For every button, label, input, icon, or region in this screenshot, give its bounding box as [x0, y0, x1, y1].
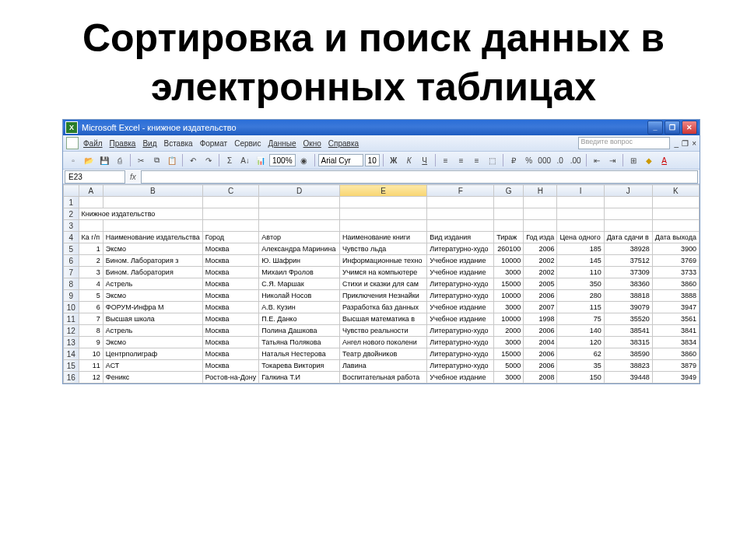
cell[interactable] — [202, 208, 259, 220]
cell[interactable] — [652, 220, 699, 232]
cell[interactable]: 15000 — [494, 348, 524, 360]
cell[interactable]: 3860 — [652, 348, 699, 360]
cell[interactable]: Токарева Виктория — [259, 360, 340, 372]
cell[interactable]: Разработка баз данных — [339, 302, 426, 313]
cell[interactable]: 38360 — [604, 278, 652, 290]
cell-header[interactable]: Цена одного — [557, 232, 604, 243]
cell[interactable]: Москва — [202, 302, 259, 313]
cell[interactable]: Книжное издательство — [79, 208, 202, 220]
undo-icon[interactable]: ↶ — [186, 153, 200, 167]
cell[interactable]: 37512 — [604, 255, 652, 267]
cell[interactable]: 39448 — [604, 372, 652, 383]
cell-header[interactable]: Город — [202, 232, 259, 243]
cell[interactable] — [339, 197, 426, 208]
cell[interactable]: Литературно-худо — [427, 278, 494, 290]
merge-icon[interactable]: ⬚ — [486, 153, 500, 167]
row-header[interactable]: 12 — [64, 325, 79, 337]
doc-minimize-button[interactable]: _ — [675, 139, 679, 148]
row-header[interactable]: 4 — [64, 232, 79, 243]
cell[interactable]: 6 — [79, 302, 103, 313]
col-header-B[interactable]: B — [103, 185, 202, 197]
cell[interactable]: Москва — [202, 278, 259, 290]
decrease-decimal-icon[interactable]: .00 — [569, 153, 583, 167]
cell[interactable]: 1998 — [524, 313, 557, 325]
align-right-icon[interactable]: ≡ — [470, 153, 484, 167]
cell[interactable]: Москва — [202, 267, 259, 278]
cell[interactable]: Москва — [202, 325, 259, 337]
cell[interactable]: Чувство льда — [339, 243, 426, 255]
row-header[interactable]: 16 — [64, 372, 79, 383]
cell[interactable]: 10000 — [494, 313, 524, 325]
cell[interactable] — [494, 220, 524, 232]
cell[interactable]: Москва — [202, 313, 259, 325]
cell[interactable]: 5000 — [494, 360, 524, 372]
cell[interactable]: 15000 — [494, 278, 524, 290]
cell[interactable]: 110 — [557, 267, 604, 278]
cell[interactable]: 3860 — [652, 278, 699, 290]
col-header-I[interactable]: I — [557, 185, 604, 197]
cell-header[interactable]: Дата сдачи в — [604, 232, 652, 243]
cell[interactable]: Учебное издание — [427, 313, 494, 325]
doc-close-button[interactable]: × — [692, 139, 696, 148]
cell[interactable] — [524, 220, 557, 232]
cell[interactable]: Москва — [202, 290, 259, 302]
menu-view[interactable]: Вид — [142, 139, 156, 148]
cell[interactable]: Литературно-худо — [427, 325, 494, 337]
col-header-A[interactable]: A — [79, 185, 103, 197]
cell[interactable]: Бином. Лаборатория з — [103, 255, 202, 267]
cell[interactable]: 2005 — [524, 278, 557, 290]
cell[interactable]: Центрполиграф — [103, 348, 202, 360]
cell[interactable]: 10000 — [494, 290, 524, 302]
cell[interactable] — [259, 208, 340, 220]
row-header[interactable]: 10 — [64, 302, 79, 313]
fx-icon[interactable]: fx — [130, 173, 136, 181]
cell[interactable] — [604, 208, 652, 220]
cell[interactable] — [427, 197, 494, 208]
menu-edit[interactable]: Правка — [110, 139, 136, 148]
cell[interactable]: 75 — [557, 313, 604, 325]
cell[interactable] — [652, 208, 699, 220]
cell[interactable]: Михаил Фролов — [259, 267, 340, 278]
cell[interactable]: 2006 — [524, 348, 557, 360]
row-header[interactable]: 6 — [64, 255, 79, 267]
cell[interactable]: 185 — [557, 243, 604, 255]
bold-icon[interactable]: Ж — [387, 153, 401, 167]
cell[interactable] — [259, 197, 340, 208]
cell[interactable] — [339, 208, 426, 220]
cell[interactable]: 35520 — [604, 313, 652, 325]
decrease-indent-icon[interactable]: ⇤ — [590, 153, 604, 167]
cell[interactable]: Полина Дашкова — [259, 325, 340, 337]
fill-color-icon[interactable]: ◆ — [642, 153, 656, 167]
cell-header[interactable]: Тираж — [494, 232, 524, 243]
row-header[interactable]: 7 — [64, 267, 79, 278]
cell[interactable]: 2008 — [524, 372, 557, 383]
row-header[interactable]: 8 — [64, 278, 79, 290]
cell[interactable] — [557, 197, 604, 208]
cell[interactable]: Литературно-худо — [427, 290, 494, 302]
cell[interactable]: 2002 — [524, 255, 557, 267]
borders-icon[interactable]: ⊞ — [626, 153, 640, 167]
col-header-D[interactable]: D — [259, 185, 340, 197]
cell[interactable]: 3841 — [652, 325, 699, 337]
cell[interactable] — [339, 220, 426, 232]
cell[interactable]: 3879 — [652, 360, 699, 372]
cell[interactable]: 260100 — [494, 243, 524, 255]
cell[interactable]: ФОРУМ-Инфра М — [103, 302, 202, 313]
cell[interactable]: Наталья Нестерова — [259, 348, 340, 360]
cell[interactable]: 150 — [557, 372, 604, 383]
row-header[interactable]: 2 — [64, 208, 79, 220]
cell[interactable]: 38818 — [604, 290, 652, 302]
cell[interactable]: Учимся на компьютере — [339, 267, 426, 278]
cell[interactable]: Эксмо — [103, 243, 202, 255]
new-icon[interactable]: ▫ — [66, 153, 80, 167]
col-header-E[interactable]: E — [339, 185, 426, 197]
cell[interactable]: 350 — [557, 278, 604, 290]
cell-header[interactable]: Наименование издательства — [103, 232, 202, 243]
cell[interactable]: Астрель — [103, 325, 202, 337]
italic-icon[interactable]: К — [402, 153, 416, 167]
comma-icon[interactable]: 000 — [538, 153, 552, 167]
col-header-K[interactable]: K — [652, 185, 699, 197]
cell[interactable]: Татьяна Полякова — [259, 337, 340, 348]
cell[interactable]: Николай Носов — [259, 290, 340, 302]
cell[interactable]: 2007 — [524, 302, 557, 313]
